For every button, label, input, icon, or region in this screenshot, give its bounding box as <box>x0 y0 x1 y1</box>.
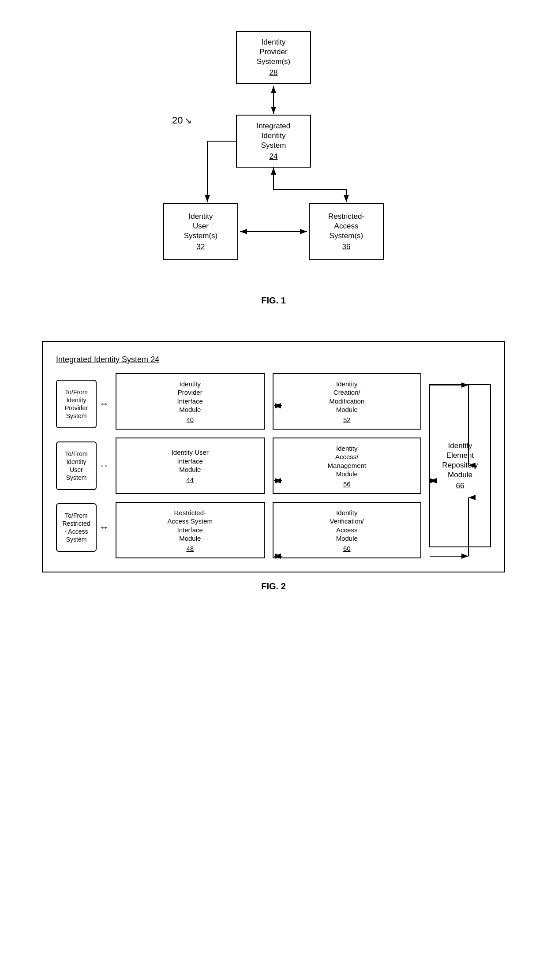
module-identity-access: IdentityAccess/ManagementModule 56 <box>273 438 422 494</box>
module-restricted-access-interface: Restricted-Access SystemInterfaceModule … <box>116 502 265 558</box>
fig2-section: Integrated Identity System 24 To/From Id… <box>0 332 547 605</box>
ras-title: Restricted-AccessSystem(s) <box>328 212 364 241</box>
bidirectional-arrow-ius-icon: ↔ <box>99 460 109 471</box>
module-repo-num: 66 <box>456 482 465 490</box>
ras-num: 36 <box>342 243 351 251</box>
idp-system-box: IdentityProviderSystem(s) 28 <box>236 31 311 84</box>
label-20: 20 <box>172 115 183 126</box>
ius-title: IdentityUserSystem(s) <box>184 212 218 241</box>
fig2-outer-box: Integrated Identity System 24 To/From Id… <box>42 341 505 572</box>
iis-num: 24 <box>270 152 278 161</box>
module-repo: IdentityElementRepositoryModule 66 <box>429 384 491 547</box>
module-creation-num: 52 <box>343 416 351 423</box>
module-identity-user-interface: Identity UserInterfaceModule 44 <box>116 438 265 494</box>
page: 20 ↘ IdentityProviderSystem(s) 28 Integr… <box>0 0 547 605</box>
module-ras-interface-num: 48 <box>186 545 194 552</box>
module-user-interface-num: 44 <box>186 476 194 483</box>
bidirectional-arrow-ras-icon: ↔ <box>99 522 109 533</box>
left-label-ras: To/From Restricted - Access System <box>56 503 97 552</box>
idp-system-title: IdentityProviderSystem(s) <box>257 37 291 67</box>
module-idp-num: 40 <box>186 416 194 423</box>
idp-system-num: 28 <box>270 68 278 77</box>
fig2-outer-num: 24 <box>150 355 159 364</box>
ius-num: 32 <box>197 243 205 251</box>
fig2-outer-title: Integrated Identity System 24 <box>56 355 491 364</box>
module-identity-creation: IdentityCreation/ModificationModule 52 <box>273 373 422 430</box>
iis-title: IntegratedIdentitySystem <box>257 121 291 150</box>
ius-box: IdentityUserSystem(s) 32 <box>163 203 238 260</box>
module-idp-interface: IdentityProviderInterfaceModule 40 <box>116 373 265 430</box>
module-access-num: 56 <box>343 480 351 488</box>
ras-box: Restricted-AccessSystem(s) 36 <box>309 203 384 260</box>
fig2-wrapper: Integrated Identity System 24 To/From Id… <box>42 341 505 572</box>
left-label-idp: To/From Identity Provider System <box>56 380 97 428</box>
module-identity-verification: IdentityVerification/AccessModule 60 <box>273 502 422 558</box>
fig1-caption: FIG. 1 <box>261 295 286 306</box>
iis-box: IntegratedIdentitySystem 24 <box>236 115 311 168</box>
fig2-caption: FIG. 2 <box>261 581 286 591</box>
module-verification-num: 60 <box>343 545 351 552</box>
arrow-20-icon: ↘ <box>184 115 192 126</box>
left-label-ius: To/From Identity User System <box>56 441 97 490</box>
fig1-diagram: 20 ↘ IdentityProviderSystem(s) 28 Integr… <box>119 18 428 291</box>
fig1-section: 20 ↘ IdentityProviderSystem(s) 28 Integr… <box>0 0 547 319</box>
bidirectional-arrow-idp-icon: ↔ <box>99 398 109 410</box>
